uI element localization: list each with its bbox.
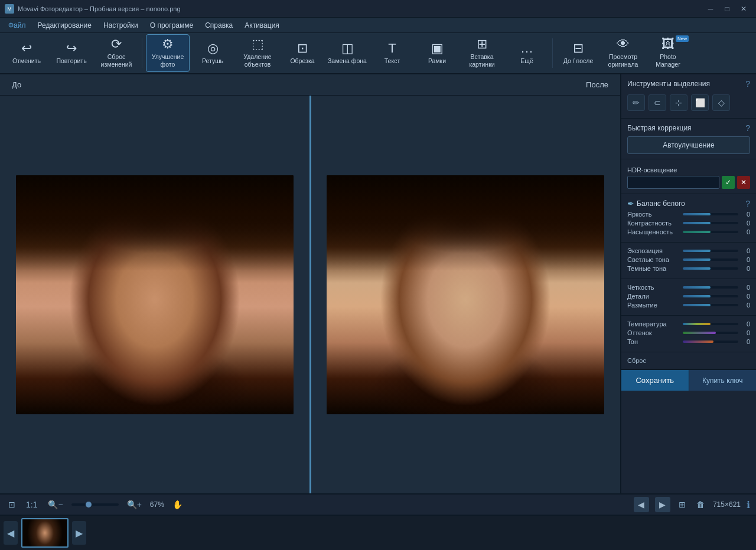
tint-label: Оттенок: [627, 329, 680, 336]
view-original-icon: 👁: [617, 38, 630, 51]
menu-settings[interactable]: Настройки: [97, 19, 144, 31]
remove-objects-label: Удаление объектов: [238, 53, 277, 68]
minimize-button[interactable]: ─: [703, 2, 718, 15]
buy-key-button[interactable]: Купить ключ: [689, 370, 757, 391]
replace-bg-button[interactable]: ◫ Замена фона: [325, 34, 369, 72]
text-label: Текст: [384, 57, 400, 65]
zoom-in-button[interactable]: 🔍+: [125, 499, 144, 510]
next-image-button[interactable]: ▶: [655, 497, 670, 512]
crop-icon: ⊡: [297, 42, 308, 55]
text-button[interactable]: T Текст: [370, 34, 414, 72]
before-after-bar: До После: [0, 74, 620, 96]
maximize-button[interactable]: □: [719, 2, 735, 15]
quick-correction-help-icon[interactable]: ?: [745, 123, 750, 133]
zoom-slider[interactable]: [71, 503, 119, 506]
detail-track[interactable]: [683, 295, 738, 297]
gallery-view-button[interactable]: ⊞: [676, 499, 688, 510]
close-button[interactable]: ✕: [736, 2, 751, 15]
filmstrip-thumb-image: [22, 519, 67, 546]
rect-select-button[interactable]: ⬜: [691, 94, 709, 111]
brightness-value: 0: [741, 211, 750, 218]
hdr-input[interactable]: [627, 176, 719, 189]
photo-manager-button[interactable]: 🖼 Photo Manager New: [646, 34, 690, 72]
hdr-cancel-button[interactable]: ✕: [737, 176, 750, 189]
menu-bar: Файл Редактирование Настройки О программ…: [0, 18, 756, 33]
replace-bg-label: Замена фона: [328, 57, 367, 65]
temperature-track[interactable]: [683, 323, 738, 325]
fit-screen-button[interactable]: ⊡: [6, 499, 18, 510]
reset-label: Сброс изменений: [97, 53, 136, 68]
menu-edit[interactable]: Редактирование: [32, 19, 97, 31]
enhance-icon: ⚙: [162, 38, 174, 51]
more-button[interactable]: … Ещё: [505, 34, 549, 72]
shadows-fill: [683, 267, 711, 270]
image-divider[interactable]: [309, 96, 311, 493]
auto-enhance-button[interactable]: Автоулучшение: [627, 136, 750, 154]
brightness-track[interactable]: [683, 213, 738, 215]
selection-tools-row: ✏ ⊂ ⊹ ⬜ ◇: [627, 92, 750, 113]
selection-tools-section: Инструменты выделения ? ✏ ⊂ ⊹ ⬜ ◇: [621, 74, 756, 119]
hdr-confirm-button[interactable]: ✓: [722, 176, 735, 189]
highlights-label: Светлые тона: [627, 256, 680, 263]
undo-button[interactable]: ↩ Отменить: [5, 34, 48, 72]
smart-select-button[interactable]: ⊹: [670, 94, 687, 111]
view-original-button[interactable]: 👁 Просмотр оригинала: [601, 34, 645, 72]
exposure-track[interactable]: [683, 250, 738, 252]
menu-help[interactable]: Справка: [199, 19, 239, 31]
menu-file[interactable]: Файл: [2, 19, 32, 31]
tone-track[interactable]: [683, 341, 738, 343]
blur-fill: [683, 304, 711, 306]
menu-activate[interactable]: Активация: [239, 19, 285, 31]
tint-value: 0: [741, 329, 750, 336]
filmstrip-thumbnail-0[interactable]: [21, 518, 69, 548]
retouch-icon: ◎: [207, 42, 219, 55]
pan-button[interactable]: ✋: [170, 499, 185, 510]
brush-select-button[interactable]: ✏: [627, 94, 645, 111]
selection-help-icon[interactable]: ?: [745, 79, 750, 89]
frames-label: Рамки: [428, 57, 446, 65]
retouch-button[interactable]: ◎ Ретушь: [191, 34, 234, 72]
wb-eyedropper-icon: ✒: [627, 199, 634, 208]
contrast-label: Контрастность: [627, 220, 680, 227]
insert-image-button[interactable]: ⊞ Вставка картинки: [460, 34, 504, 72]
color-temp-section: Температура 0 Оттенок 0 Тон 0: [621, 316, 756, 352]
frames-button[interactable]: ▣ Рамки: [415, 34, 459, 72]
tint-track[interactable]: [683, 332, 738, 334]
highlights-track[interactable]: [683, 258, 738, 261]
replace-bg-icon: ◫: [341, 42, 354, 55]
clarity-track[interactable]: [683, 286, 738, 289]
before-after-icon: ⊟: [573, 42, 584, 55]
redo-button[interactable]: ↪ Повторить: [50, 34, 93, 72]
zoom-out-button[interactable]: 🔍−: [45, 499, 65, 510]
filmstrip-prev-button[interactable]: ◀: [4, 521, 18, 545]
remove-objects-button[interactable]: ⬚ Удаление объектов: [236, 34, 279, 72]
zoom-level: 67%: [150, 500, 164, 509]
reset-button[interactable]: ⟳ Сброс изменений: [94, 34, 138, 72]
before-after-button[interactable]: ⊟ До / после: [556, 34, 600, 72]
lasso-select-button[interactable]: ⊂: [649, 94, 666, 111]
filmstrip-next-button[interactable]: ▶: [72, 521, 86, 545]
tint-fill: [683, 332, 716, 334]
more-icon: …: [520, 42, 533, 55]
saturation-track[interactable]: [683, 231, 738, 233]
actual-size-button[interactable]: 1:1: [24, 499, 40, 510]
erase-select-button[interactable]: ◇: [712, 94, 730, 111]
blur-track[interactable]: [683, 304, 738, 306]
menu-about[interactable]: О программе: [144, 19, 199, 31]
tint-row: Оттенок 0: [627, 329, 750, 336]
enhance-button[interactable]: ⚙ Улучшение фото: [146, 34, 190, 72]
shadows-track[interactable]: [683, 267, 738, 270]
contrast-track[interactable]: [683, 222, 738, 224]
crop-button[interactable]: ⊡ Обрезка: [281, 34, 324, 72]
prev-image-button[interactable]: ◀: [634, 497, 649, 512]
tone-row: Тон 0: [627, 338, 750, 345]
canvas-area: До После: [0, 74, 620, 493]
wb-help-icon[interactable]: ?: [745, 199, 750, 208]
toolbar-history-group: ↩ Отменить ↪ Повторить ⟳ Сброс изменений: [5, 34, 138, 72]
save-button[interactable]: Сохранить: [621, 370, 689, 391]
zoom-thumb[interactable]: [86, 502, 92, 508]
delete-image-button[interactable]: 🗑: [694, 499, 707, 510]
undo-icon: ↩: [21, 42, 32, 55]
image-info-button[interactable]: ℹ: [747, 499, 750, 510]
before-image: [16, 175, 294, 414]
